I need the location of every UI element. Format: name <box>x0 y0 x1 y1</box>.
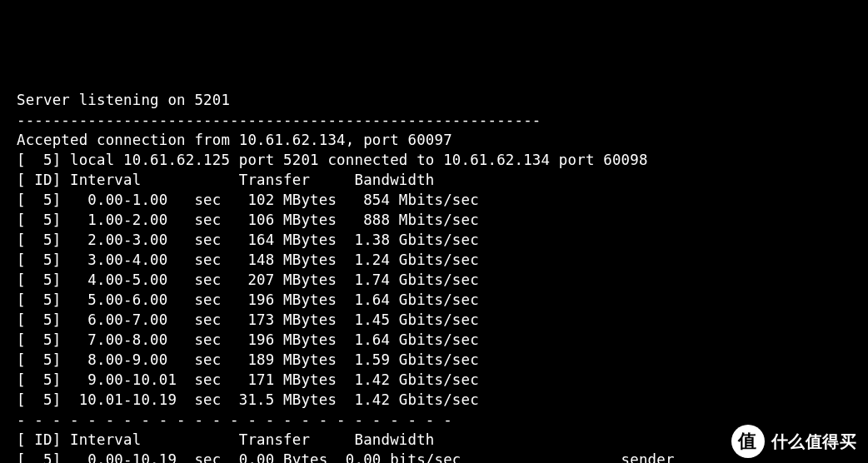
table-row: [ 5] 10.01-10.19 sec 31.5 MBytes 1.42 Gb… <box>17 390 851 410</box>
table-row: [ 5] 7.00-8.00 sec 196 MBytes 1.64 Gbits… <box>17 330 851 350</box>
listening-line: Server listening on 5201 <box>17 90 851 110</box>
watermark: 值 什么值得买 <box>731 425 857 458</box>
table-row: [ 5] 3.00-4.00 sec 148 MBytes 1.24 Gbits… <box>17 250 851 270</box>
table-header: [ ID] Interval Transfer Bandwidth <box>17 170 851 190</box>
table-row: [ 5] 9.00-10.01 sec 171 MBytes 1.42 Gbit… <box>17 370 851 390</box>
watermark-badge-icon: 值 <box>731 425 765 458</box>
terminal-output: Server listening on 5201----------------… <box>17 90 851 463</box>
local-line: [ 5] local 10.61.62.125 port 5201 connec… <box>17 150 851 170</box>
divider-dashed: - - - - - - - - - - - - - - - - - - - - … <box>17 410 851 430</box>
summary-header: [ ID] Interval Transfer Bandwidth <box>17 430 851 450</box>
accepted-line: Accepted connection from 10.61.62.134, p… <box>17 130 851 150</box>
table-row: [ 5] 0.00-1.00 sec 102 MBytes 854 Mbits/… <box>17 190 851 210</box>
table-row: [ 5] 5.00-6.00 sec 196 MBytes 1.64 Gbits… <box>17 290 851 310</box>
divider-solid: ----------------------------------------… <box>17 110 851 130</box>
table-row: [ 5] 2.00-3.00 sec 164 MBytes 1.38 Gbits… <box>17 230 851 250</box>
watermark-brand-text: 什么值得买 <box>771 431 857 451</box>
table-row: [ 5] 4.00-5.00 sec 207 MBytes 1.74 Gbits… <box>17 270 851 290</box>
table-row: [ 5] 6.00-7.00 sec 173 MBytes 1.45 Gbits… <box>17 310 851 330</box>
table-row: [ 5] 1.00-2.00 sec 106 MBytes 888 Mbits/… <box>17 210 851 230</box>
table-row: [ 5] 8.00-9.00 sec 189 MBytes 1.59 Gbits… <box>17 350 851 370</box>
summary-row: [ 5] 0.00-10.19 sec 0.00 Bytes 0.00 bits… <box>17 450 851 463</box>
